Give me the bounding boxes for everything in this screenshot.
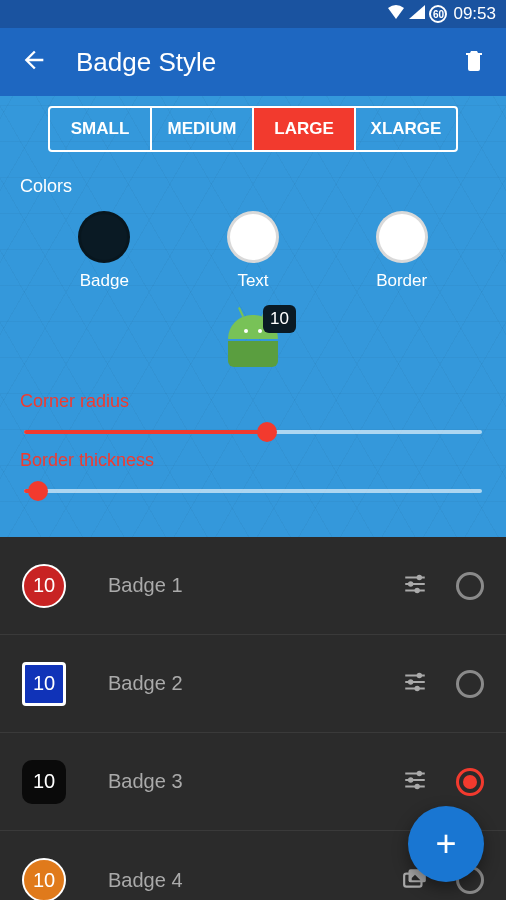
svg-point-0 <box>417 574 422 579</box>
battery-icon: 60 <box>429 5 447 23</box>
border-thickness-slider[interactable] <box>24 489 482 493</box>
badge-preview-icon: 10 <box>22 662 66 706</box>
status-time: 09:53 <box>453 4 496 24</box>
status-bar: 60 09:53 <box>0 0 506 28</box>
cellular-icon <box>409 4 425 24</box>
corner-radius-group: Corner radius <box>20 391 486 434</box>
settings-sliders-icon[interactable] <box>402 671 428 697</box>
badge-name: Badge 2 <box>108 672 402 695</box>
badge-preview-icon: 10 <box>22 858 66 900</box>
list-item[interactable]: 10 Badge 2 <box>0 635 506 733</box>
color-label-text: Text <box>237 271 268 291</box>
settings-sliders-icon[interactable] <box>402 573 428 599</box>
svg-point-6 <box>417 770 422 775</box>
color-swatch-badge <box>78 211 130 263</box>
badge-preview-icon: 10 <box>22 564 66 608</box>
svg-point-2 <box>414 587 419 592</box>
corner-radius-slider[interactable] <box>24 430 482 434</box>
svg-point-3 <box>417 672 422 677</box>
svg-point-5 <box>414 685 419 690</box>
color-label-border: Border <box>376 271 427 291</box>
size-tab-small[interactable]: SMALL <box>50 108 152 150</box>
radio-select[interactable] <box>456 572 484 600</box>
badge-name: Badge 4 <box>108 869 402 892</box>
wifi-icon <box>387 4 405 24</box>
radio-select[interactable] <box>456 670 484 698</box>
badge-name: Badge 1 <box>108 574 402 597</box>
badge-name: Badge 3 <box>108 770 402 793</box>
svg-point-8 <box>414 783 419 788</box>
svg-point-7 <box>408 777 413 782</box>
config-panel: SMALL MEDIUM LARGE XLARGE Colors Badge T… <box>0 96 506 537</box>
color-text[interactable]: Text <box>227 211 279 291</box>
page-title: Badge Style <box>76 47 462 78</box>
color-swatch-border <box>376 211 428 263</box>
border-thickness-group: Border thickness <box>20 450 486 493</box>
color-border[interactable]: Border <box>376 211 428 291</box>
android-icon: 10 <box>224 309 282 367</box>
size-tabs: SMALL MEDIUM LARGE XLARGE <box>48 106 458 152</box>
color-swatch-text <box>227 211 279 263</box>
trash-icon[interactable] <box>462 47 486 77</box>
preview-badge: 10 <box>263 305 296 333</box>
svg-point-4 <box>408 679 413 684</box>
plus-icon: + <box>435 823 456 865</box>
status-icons: 60 <box>387 4 447 24</box>
size-tab-large[interactable]: LARGE <box>254 108 356 150</box>
badge-preview-icon: 10 <box>22 760 66 804</box>
list-item[interactable]: 10 Badge 1 <box>0 537 506 635</box>
colors-heading: Colors <box>20 176 506 197</box>
back-arrow-icon[interactable] <box>20 46 48 78</box>
border-thickness-thumb[interactable] <box>28 481 48 501</box>
corner-radius-label: Corner radius <box>20 391 486 412</box>
size-tab-medium[interactable]: MEDIUM <box>152 108 254 150</box>
size-tab-xlarge[interactable]: XLARGE <box>356 108 456 150</box>
svg-point-1 <box>408 581 413 586</box>
color-badge[interactable]: Badge <box>78 211 130 291</box>
color-picker-row: Badge Text Border <box>30 211 476 291</box>
border-thickness-label: Border thickness <box>20 450 486 471</box>
radio-select[interactable] <box>456 768 484 796</box>
color-label-badge: Badge <box>80 271 129 291</box>
add-fab[interactable]: + <box>408 806 484 882</box>
badge-preview: 10 <box>0 309 506 367</box>
settings-sliders-icon[interactable] <box>402 769 428 795</box>
app-bar: Badge Style <box>0 28 506 96</box>
corner-radius-thumb[interactable] <box>257 422 277 442</box>
